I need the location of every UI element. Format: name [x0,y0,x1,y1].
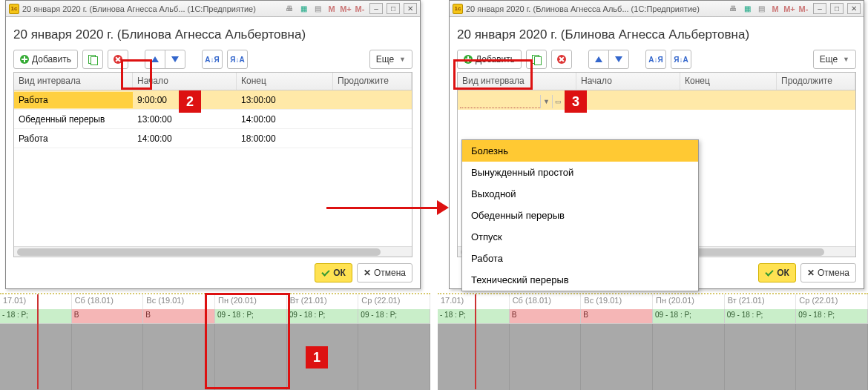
day-body-cell[interactable] [653,324,725,390]
new-row: ▼ ▭ [458,90,855,110]
memory-m-button[interactable]: M [326,3,338,15]
day-cell[interactable]: 09 - 18 : Р; [653,309,725,324]
memory-m-button[interactable]: M [769,3,781,15]
col-duration[interactable]: Продолжите [777,73,855,90]
memory-mplus-button[interactable]: M+ [340,3,352,15]
dropdown-option[interactable]: Обеденный перерыв [462,205,698,226]
print-icon[interactable]: 🖶 [283,3,295,15]
col-end[interactable]: Конец [680,73,777,90]
more-button[interactable]: Еще ▼ [813,50,856,69]
day-body-cell[interactable] [358,324,430,390]
chevron-down-icon: ▼ [843,56,849,63]
maximize-button[interactable]: □ [387,3,400,14]
day-cell[interactable]: 09 - 18 : Р; [287,309,359,324]
callout-1: 1 [306,346,328,368]
table-row[interactable]: Работа9:00:0013:00:00 [14,90,412,110]
day-cell[interactable]: - 18 : Р; [0,309,72,324]
day-body-cell[interactable] [215,324,287,390]
sort-asc-button[interactable]: А↓Я [645,50,666,69]
day-body-cell[interactable] [581,324,653,390]
calc-icon[interactable]: ▦ [297,3,309,15]
col-type[interactable]: Вид интервала [458,73,576,90]
maximize-button[interactable]: □ [830,3,844,14]
more-button[interactable]: Еще ▼ [369,50,412,69]
day-cell[interactable]: - 18 : Р; [438,309,510,324]
ok-label: ОК [777,268,789,278]
day-cell[interactable]: В [581,309,653,324]
close-button[interactable]: ✕ [404,3,417,14]
table-row[interactable]: Обеденный перерыв13:00:0014:00:00 [14,110,412,129]
copy-button[interactable] [82,50,103,69]
day-cell[interactable]: 09 - 18 : Р; [358,309,430,324]
dropdown-option[interactable]: Работа [462,248,698,269]
dropdown-option[interactable]: Болезнь [462,140,698,162]
memory-mminus-button[interactable]: M- [798,3,809,15]
memory-mminus-button[interactable]: M- [354,3,366,15]
check-icon [321,268,330,277]
move-up-button[interactable] [588,50,609,69]
col-end[interactable]: Конец [237,73,333,90]
interval-type-dropdown[interactable]: БолезньВынужденный простойВыходнойОбеден… [461,139,699,291]
day-body-cell[interactable] [438,324,510,390]
scrollbar-thumb[interactable] [17,248,381,256]
sort-az-icon: А↓Я [648,56,662,64]
dropdown-option[interactable]: Вынужденный простой [462,162,698,183]
move-down-button[interactable] [165,50,185,69]
minimize-button[interactable]: – [369,3,383,14]
cancel-button[interactable]: ✕ Отмена [357,263,412,282]
day-cell[interactable]: В [143,309,215,324]
x-icon: ✕ [364,268,371,278]
add-button[interactable]: Добавить [13,50,78,69]
move-down-button[interactable] [608,50,629,69]
interval-type-input[interactable] [460,95,540,108]
move-up-button[interactable] [145,50,165,69]
memory-mplus-button[interactable]: M+ [783,3,795,15]
cell-start: 13:00:00 [133,111,237,128]
calc-icon[interactable]: ▦ [741,3,753,15]
open-ref-button[interactable]: ▭ [552,95,564,108]
day-cell[interactable]: 09 - 18 : Р; [725,309,797,324]
day-body-cell[interactable] [0,324,72,390]
cell-type: Обеденный перерыв [14,111,133,128]
sort-desc-button[interactable]: Я↓А [227,50,248,69]
sort-asc-button[interactable]: А↓Я [202,50,223,69]
day-cell[interactable]: 09 - 18 : Р; [215,309,287,324]
cancel-button[interactable]: ✕ Отмена [800,263,856,282]
day-cell[interactable]: В [510,309,582,324]
calendar-icon[interactable]: ▤ [755,3,767,15]
day-cell[interactable]: 09 - 18 : Р; [796,309,868,324]
print-icon[interactable]: 🖶 [727,3,739,15]
ok-button[interactable]: ОК [315,263,352,282]
day-body-cell[interactable] [796,324,868,390]
dropdown-toggle[interactable]: ▼ [540,95,552,108]
sort-desc-button[interactable]: Я↓А [671,50,691,69]
day-body-cell[interactable] [72,324,144,390]
app-icon: 1c [9,4,19,14]
delete-button[interactable] [551,50,572,69]
day-body-cell[interactable] [143,324,215,390]
copy-button[interactable] [526,50,547,69]
titlebar: 1c 20 января 2020 г. (Блинова Агнесса Ал… [6,1,420,17]
timeline-left: 17.01)Сб (18.01)Вс (19.01)Пн (20.01)Вт (… [0,293,430,389]
day-cell[interactable]: В [72,309,144,324]
plus-icon [20,55,29,64]
delete-button[interactable] [108,50,128,69]
minimize-button[interactable]: – [813,3,826,14]
col-type[interactable]: Вид интервала [14,73,133,90]
add-button[interactable]: Добавить [457,50,522,69]
dropdown-option[interactable]: Технический перерыв [462,269,698,291]
calendar-icon[interactable]: ▤ [312,3,323,15]
more-button-label: Еще [376,54,394,65]
col-start[interactable]: Начало [133,73,237,90]
dropdown-option[interactable]: Выходной [462,183,698,205]
close-button[interactable]: ✕ [847,3,861,14]
col-duration[interactable]: Продолжите [333,73,412,90]
day-body-cell[interactable] [510,324,582,390]
dropdown-option[interactable]: Отпуск [462,226,698,248]
hscrollbar[interactable] [14,246,412,257]
table-row[interactable]: Работа14:00:0018:00:00 [14,129,412,148]
col-start[interactable]: Начало [576,73,680,90]
ok-button[interactable]: ОК [758,263,796,282]
dialog-window-right: 1c 20 января 2020 г. (Блинова Агнесса Ал… [449,0,864,289]
day-body-cell[interactable] [725,324,797,390]
